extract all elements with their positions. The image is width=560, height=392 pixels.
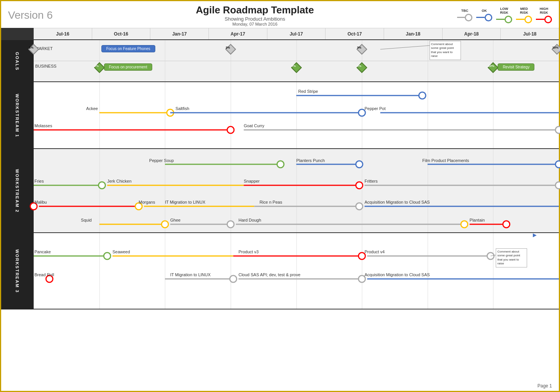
svg-point-2 xyxy=(419,92,426,99)
page-title: Agile Roadmap Template xyxy=(196,4,314,16)
svg-point-42 xyxy=(104,253,111,259)
timeline-jul18: Jul-18 xyxy=(501,28,559,39)
planters-punch-label: Planters Punch xyxy=(296,158,325,163)
acquisition-migration-ws3-label: Acquisition Migration to Cloud SAS xyxy=(365,272,430,277)
timeline-row: Jul-16 Oct-16 Jan-17 Apr-17 Jul-17 Oct-1… xyxy=(1,28,559,40)
workstream2-section: WORKSTREAM 2 xyxy=(1,149,559,233)
comment-box-market: Comment about some great point that you … xyxy=(430,41,461,60)
business-label: BUSINESS xyxy=(35,64,57,68)
film-product-label: Film Product Placements xyxy=(422,158,469,163)
focus-feature-phones-box: Focus on Feature Phones xyxy=(101,45,155,52)
header-center: Agile Roadmap Template Showing Product A… xyxy=(196,4,314,26)
svg-point-40 xyxy=(503,221,510,228)
ws2-label: WORKSTREAM 2 xyxy=(1,149,34,233)
cloud-sas-api-label: Cloud SAS API; dev, test & prove xyxy=(238,272,300,277)
svg-line-0 xyxy=(380,45,430,49)
hard-dough-label: Hard Dough xyxy=(238,218,261,222)
squid-label: Squid xyxy=(81,218,92,222)
workstream3-section: WORKSTREAM 3 Comment about some great po… xyxy=(1,233,559,309)
plantain-label: Plantain xyxy=(470,218,485,222)
svg-point-4 xyxy=(167,109,174,116)
header: Version 6 Agile Roadmap Template Showing… xyxy=(1,1,559,28)
product-v3-label: Product v3 xyxy=(238,249,259,254)
focus-procurement-box: Focus on procurement xyxy=(104,63,152,71)
red-stripe-label: Red Stripe xyxy=(298,89,318,94)
svg-point-38 xyxy=(461,221,468,228)
legend: TBC OK LOWRISK xyxy=(457,7,552,23)
goat-curry-label: Goat Curry xyxy=(244,123,264,128)
timeline-jan18: Jan-18 xyxy=(384,28,443,39)
svg-point-11 xyxy=(555,126,560,133)
acquisition-migration-label: Acquisition Migration to Cloud SAS xyxy=(365,200,430,204)
snapper-label: Snapper xyxy=(244,179,260,183)
svg-point-17 xyxy=(555,161,560,168)
jerk-chicken-label: Jerk Chicken xyxy=(107,179,132,183)
workstream1-section: WORKSTREAM 1 xyxy=(1,82,559,149)
revisit-strategy-box: Revisit Strategy xyxy=(498,63,534,71)
pepper-pot-label: Pepper Pot xyxy=(365,106,386,111)
business-4pct-label: 4% xyxy=(291,64,296,68)
seaweed-label: Seaweed xyxy=(112,249,130,254)
rice-n-peas-label: Rice n Peas xyxy=(259,200,282,204)
pancake-label: Pancake xyxy=(34,249,51,254)
market-3pct-label: 3% xyxy=(357,46,361,49)
svg-point-24 xyxy=(555,182,560,189)
business-2pct-label: 2% xyxy=(94,64,99,68)
market-2pct-label: 2% xyxy=(226,46,230,49)
svg-point-13 xyxy=(277,161,284,168)
legend-med-risk: MEDRISK xyxy=(520,7,528,15)
goals-section: GOALS MARKET BUSINESS 1% Focus on Featur… xyxy=(1,40,559,82)
timeline-jul17: Jul-17 xyxy=(267,28,326,39)
ackee-label: Ackee xyxy=(86,106,98,111)
it-migration-linux2-label: IT Migration to LINUX xyxy=(170,272,211,277)
timeline-jul16: Jul-16 xyxy=(34,28,92,39)
product-v4-label: Product v4 xyxy=(365,249,385,254)
fritters-label: Fritters xyxy=(365,179,378,183)
timeline-oct16: Oct-16 xyxy=(92,28,151,39)
timeline-apr18: Apr-18 xyxy=(443,28,501,39)
legend-high-risk: HIGHRISK xyxy=(540,7,549,15)
legend-low-risk: LOWRISK xyxy=(500,7,508,15)
business-6pct-label: 6% xyxy=(357,64,361,68)
timeline-jan17: Jan-17 xyxy=(150,28,209,39)
market-10pct-label: 10% xyxy=(552,46,558,49)
timeline-oct17: Oct-17 xyxy=(326,28,384,39)
timeline-apr17: Apr-17 xyxy=(209,28,267,39)
morgans-label: Morgans xyxy=(139,200,155,204)
legend-tbc: TBC xyxy=(461,9,469,13)
comment-box-ws3: Comment about some great point that you … xyxy=(496,248,527,267)
version-label: Version 6 xyxy=(8,9,53,21)
market-1pct-label: 1% xyxy=(29,46,34,49)
ws1-label: WORKSTREAM 1 xyxy=(1,82,34,149)
header-subtitle: Showing Product Ambitions xyxy=(196,16,314,22)
business-10pct-label: 10% xyxy=(488,64,494,68)
saltfish-label: Saltfish xyxy=(176,106,189,111)
ws3-label: WORKSTREAM 3 xyxy=(1,233,34,309)
fries-label: Fries xyxy=(34,179,44,183)
bread-roll-label: Bread Roll xyxy=(34,272,54,277)
ghee-label: Ghee xyxy=(170,218,181,222)
malibu-label: Malibu xyxy=(34,200,47,204)
pepper-soup-label: Pepper Soup xyxy=(149,158,174,163)
legend-ok: OK xyxy=(482,9,487,13)
page-number: Page 1 xyxy=(537,383,552,389)
it-migration-linux-label: IT Migration to LINUX xyxy=(165,200,205,204)
header-date: Monday, 07 March 2016 xyxy=(196,22,314,26)
molasses-label: Molasses xyxy=(34,123,52,128)
